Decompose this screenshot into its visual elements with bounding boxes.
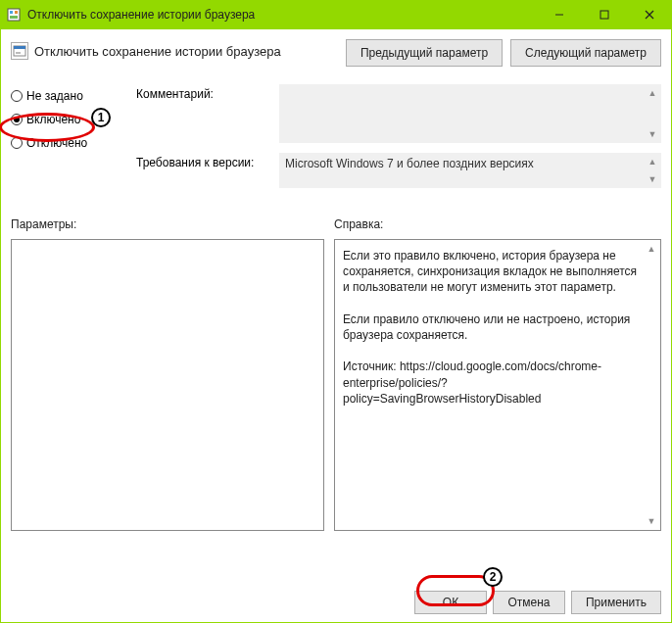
fields: Комментарий: ▲ ▼ Требования к версии: Mi…	[136, 84, 661, 198]
app-icon	[6, 7, 22, 23]
window-title: Отключить сохранение истории браузера	[27, 8, 537, 22]
help-text: Если это правило включено, история брауз…	[335, 240, 660, 414]
prev-param-button[interactable]: Предыдущий параметр	[346, 39, 503, 67]
maximize-button[interactable]	[582, 0, 627, 29]
section-labels: Параметры: Справка:	[11, 217, 661, 235]
state-radios: Не задано Включено Отключено	[11, 84, 128, 198]
svg-rect-10	[16, 52, 21, 54]
svg-rect-9	[14, 46, 25, 49]
requirements-value: Microsoft Windows 7 и более поздних верс…	[285, 157, 534, 170]
radio-not-set[interactable]: Не задано	[11, 84, 128, 108]
nav-buttons: Предыдущий параметр Следующий параметр	[346, 39, 661, 67]
cancel-button[interactable]: Отмена	[493, 591, 565, 614]
radio-icon	[11, 137, 23, 149]
scroll-down-icon[interactable]: ▼	[646, 172, 659, 186]
svg-rect-2	[15, 11, 18, 14]
header-left: Отключить сохранение истории браузера	[11, 39, 338, 60]
scroll-up-icon[interactable]: ▲	[646, 155, 659, 168]
scroll-down-icon[interactable]: ▼	[646, 127, 659, 141]
comment-row: Комментарий: ▲ ▼	[136, 84, 661, 143]
ok-button[interactable]: ОК	[414, 591, 487, 614]
requirements-label: Требования к версии:	[136, 153, 273, 188]
params-pane	[11, 239, 324, 531]
close-button[interactable]	[627, 0, 672, 29]
scroll-up-icon[interactable]: ▲	[646, 86, 659, 100]
apply-button[interactable]: Применить	[571, 591, 661, 614]
radio-disabled[interactable]: Отключено	[11, 131, 128, 155]
radio-label: Не задано	[26, 89, 83, 103]
policy-icon	[11, 42, 28, 60]
comment-label: Комментарий:	[136, 84, 273, 143]
radio-icon	[11, 114, 23, 125]
window-body: Отключить сохранение истории браузера Пр…	[0, 29, 672, 623]
radio-enabled[interactable]: Включено	[11, 108, 128, 131]
radio-label: Включено	[26, 113, 80, 126]
radio-label: Отключено	[26, 136, 87, 150]
middle-section: Не задано Включено Отключено Комментарий…	[11, 84, 661, 198]
svg-rect-0	[8, 9, 20, 21]
titlebar: Отключить сохранение истории браузера	[0, 0, 672, 29]
params-label: Параметры:	[11, 217, 324, 231]
scroll-up-icon[interactable]: ▲	[645, 242, 658, 256]
help-label: Справка:	[334, 217, 661, 231]
panes: Если это правило включено, история брауз…	[11, 239, 661, 531]
window-controls	[537, 0, 672, 29]
svg-rect-5	[600, 11, 608, 19]
annotation-badge-2: 2	[483, 567, 503, 587]
help-pane: Если это правило включено, история брауз…	[334, 239, 661, 531]
dialog-buttons: ОК Отмена Применить	[414, 591, 661, 614]
next-param-button[interactable]: Следующий параметр	[510, 39, 661, 67]
svg-rect-1	[10, 11, 13, 14]
svg-rect-3	[10, 16, 18, 19]
minimize-button[interactable]	[537, 0, 582, 29]
requirements-row: Требования к версии: Microsoft Windows 7…	[136, 153, 661, 188]
comment-field[interactable]: ▲ ▼	[279, 84, 661, 143]
scroll-down-icon[interactable]: ▼	[645, 514, 658, 528]
policy-title: Отключить сохранение истории браузера	[34, 44, 281, 59]
radio-icon	[11, 90, 23, 102]
requirements-field: Microsoft Windows 7 и более поздних верс…	[279, 153, 661, 188]
header-row: Отключить сохранение истории браузера Пр…	[11, 39, 661, 67]
